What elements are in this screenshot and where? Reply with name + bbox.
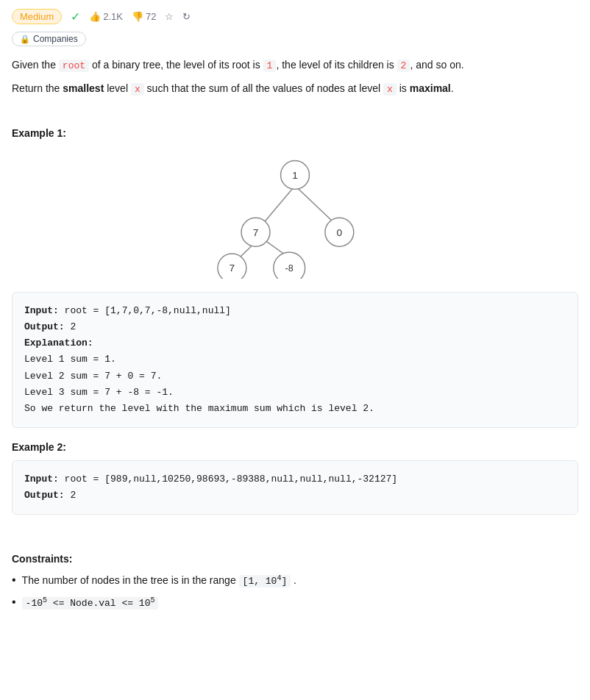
example2-output-val: 2 — [65, 490, 77, 501]
tree-svg: 1 7 0 7 -8 — [199, 146, 391, 279]
constraint-range-code: [1, 104] — [239, 575, 291, 588]
svg-text:-8: -8 — [285, 263, 294, 274]
refresh-icon[interactable]: ↻ — [182, 11, 191, 22]
example1-output-line: Output: 2 — [24, 319, 566, 335]
companies-button[interactable]: 🔒 Companies — [12, 32, 86, 46]
constraints-section: Constraints: • The number of nodes in th… — [12, 553, 578, 612]
desc-num1: 1 — [263, 60, 277, 72]
constraint-nodeval-code: -105 <= Node.val <= 105 — [22, 597, 159, 610]
constraints-title: Constraints: — [12, 553, 578, 565]
top-bar: Medium ✓ 👍 2.1K 👎 72 ☆ ↻ — [12, 9, 578, 24]
example1-input-label: Input: — [24, 305, 59, 316]
example2-code-block: Input: root = [989,null,10250,98693,-893… — [12, 460, 578, 515]
likes-count[interactable]: 👍 2.1K — [89, 11, 123, 22]
constraint-item-1: • The number of nodes in the tree is in … — [12, 572, 578, 590]
example1-input-val: root = [1,7,0,7,-8,null,null] — [59, 305, 231, 316]
solved-icon: ✓ — [71, 10, 80, 24]
example1-exp-line4: So we return the level with the maximum … — [24, 401, 566, 417]
svg-line-0 — [260, 186, 295, 226]
example1-exp-line1: Level 1 sum = 1. — [24, 351, 566, 368]
bullet-2: • — [12, 596, 16, 609]
example2-output-label: Output: — [24, 490, 65, 501]
svg-text:7: 7 — [253, 227, 259, 238]
star-icon[interactable]: ☆ — [165, 11, 174, 22]
example1-output-val: 2 — [65, 321, 77, 332]
desc-line2-dot: . — [451, 82, 454, 94]
desc-line1-pre: Given the — [12, 59, 59, 71]
thumbs-up-icon: 👍 — [89, 11, 101, 22]
svg-text:1: 1 — [292, 170, 298, 181]
constraint-item-2: • -105 <= Node.val <= 105 — [12, 594, 578, 612]
example1-exp-line2: Level 2 sum = 7 + 0 = 7. — [24, 368, 566, 385]
constraint-text-2: -105 <= Node.val <= 105 — [22, 594, 159, 612]
example2-input-label: Input: — [24, 474, 59, 485]
lock-icon: 🔒 — [20, 35, 30, 44]
desc-line2-end: is — [397, 82, 410, 94]
example2-output-line: Output: 2 — [24, 488, 566, 504]
example1-output-label: Output: — [24, 321, 65, 332]
desc-x-code: x — [131, 83, 144, 96]
example1-input-line: Input: root = [1,7,0,7,-8,null,null] — [24, 303, 566, 319]
example2-input-val: root = [989,null,10250,98693,-89388,null… — [59, 474, 397, 485]
example1-title: Example 1: — [12, 127, 578, 139]
svg-text:7: 7 — [230, 262, 235, 274]
desc-maximal-bold: maximal — [410, 82, 451, 94]
bullet-1: • — [12, 574, 16, 587]
desc-num2: 2 — [397, 60, 410, 72]
constraint-text-1: The number of nodes in the tree is in th… — [22, 572, 296, 590]
desc-line1-end: , and so on. — [410, 59, 463, 71]
desc-root-code: root — [59, 60, 89, 72]
desc-line1-mid: , the level of its children is — [276, 59, 397, 71]
problem-description: Given the root of a binary tree, the lev… — [12, 57, 578, 98]
desc-line2-mid: level — [104, 82, 131, 94]
svg-text:0: 0 — [337, 227, 343, 238]
example1-exp-line3: Level 3 sum = 7 + -8 = -1. — [24, 385, 566, 401]
desc-line2-pre: Return the — [12, 82, 63, 94]
example1-explanation-label: Explanation: — [24, 338, 93, 349]
desc-smallest-bold: smallest — [63, 82, 104, 94]
dislikes-count[interactable]: 👎 72 — [132, 11, 156, 22]
difficulty-badge[interactable]: Medium — [12, 9, 62, 24]
example2-title: Example 2: — [12, 441, 578, 453]
desc-line2-post: such that the sum of all the values of n… — [144, 82, 383, 94]
thumbs-down-icon: 👎 — [132, 11, 143, 22]
desc-line1-post: of a binary tree, the level of its root … — [89, 59, 263, 71]
example1-explanation-line: Explanation: — [24, 335, 566, 351]
example1-code-block: Input: root = [1,7,0,7,-8,null,null] Out… — [12, 292, 578, 428]
tree-diagram: 1 7 0 7 -8 — [12, 146, 578, 279]
desc-x-code2: x — [383, 83, 397, 96]
example2-input-line: Input: root = [989,null,10250,98693,-893… — [24, 471, 566, 488]
